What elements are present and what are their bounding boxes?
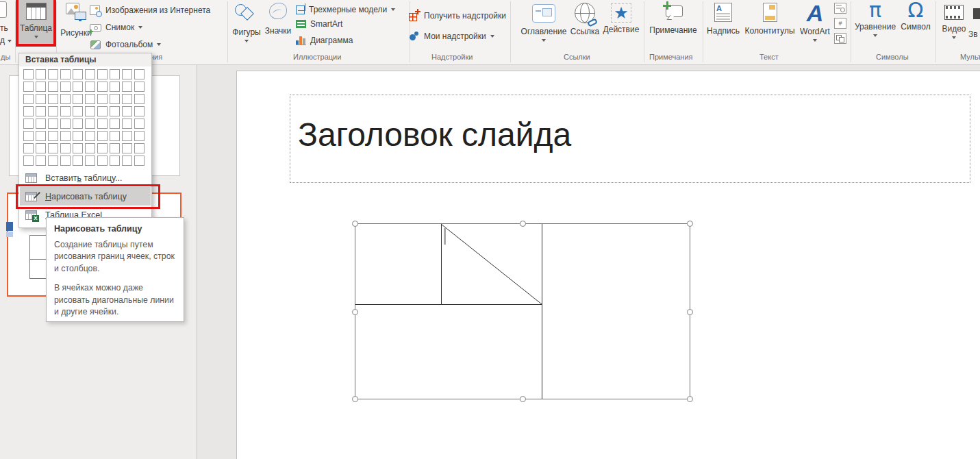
- table-size-cell[interactable]: [97, 119, 108, 129]
- table-size-cell[interactable]: [23, 82, 34, 92]
- header-footer-button[interactable]: Колонтитулы: [743, 0, 796, 49]
- table-size-cell[interactable]: [110, 143, 120, 153]
- table-size-cell[interactable]: [48, 131, 58, 141]
- resize-handle-s[interactable]: [520, 396, 526, 402]
- icons-button[interactable]: Значки: [263, 0, 293, 49]
- table-size-cell[interactable]: [60, 156, 71, 166]
- table-size-cell[interactable]: [97, 143, 108, 153]
- table-size-cell[interactable]: [60, 119, 71, 129]
- table-size-cell[interactable]: [23, 143, 34, 153]
- table-size-cell[interactable]: [122, 94, 132, 104]
- table-size-cell[interactable]: [122, 156, 132, 166]
- table-size-cell[interactable]: [85, 131, 95, 141]
- table-size-cell[interactable]: [23, 156, 34, 166]
- table-size-cell[interactable]: [85, 106, 95, 116]
- screenshot-button[interactable]: Снимок: [90, 21, 142, 34]
- table-size-cell[interactable]: [122, 69, 132, 79]
- new-slide-button-fragment2[interactable]: д: [0, 36, 5, 45]
- table-size-cell[interactable]: [85, 82, 95, 92]
- table-size-cell[interactable]: [85, 69, 95, 79]
- text-box-button[interactable]: A Надпись: [704, 0, 742, 49]
- title-placeholder[interactable]: Заголовок слайда: [290, 95, 970, 183]
- table-size-cell[interactable]: [36, 94, 46, 104]
- table-size-cell[interactable]: [73, 106, 83, 116]
- resize-handle-se[interactable]: [687, 396, 693, 402]
- table-size-cell[interactable]: [60, 69, 71, 79]
- drawn-table[interactable]: [355, 223, 690, 399]
- zoom-button[interactable]: Оглавление: [515, 0, 573, 49]
- table-size-cell[interactable]: [97, 82, 108, 92]
- audio-label-fragment[interactable]: Зв: [968, 29, 978, 39]
- table-size-cell[interactable]: [85, 156, 95, 166]
- audio-icon[interactable]: [973, 8, 980, 19]
- table-size-cell[interactable]: [73, 82, 83, 92]
- table-size-cell[interactable]: [110, 131, 120, 141]
- resize-handle-nw[interactable]: [352, 221, 358, 227]
- table-size-cell[interactable]: [134, 143, 145, 153]
- table-size-cell[interactable]: [110, 119, 120, 129]
- table-size-cell[interactable]: [110, 94, 120, 104]
- table-size-cell[interactable]: [48, 69, 58, 79]
- table-size-cell[interactable]: [85, 94, 95, 104]
- table-size-cell[interactable]: [110, 69, 120, 79]
- table-size-cell[interactable]: [23, 119, 34, 129]
- table-size-cell[interactable]: [134, 119, 145, 129]
- table-size-cell[interactable]: [23, 106, 34, 116]
- table-size-cell[interactable]: [36, 131, 46, 141]
- action-button[interactable]: ★ Действие: [601, 0, 641, 49]
- table-size-cell[interactable]: [122, 82, 132, 92]
- pane-divider[interactable]: [197, 65, 197, 459]
- get-addins-button[interactable]: Получить надстройки: [409, 10, 506, 22]
- table-size-cell[interactable]: [60, 94, 71, 104]
- table-size-cell[interactable]: [73, 131, 83, 141]
- object-icon[interactable]: [834, 33, 846, 44]
- resize-handle-sw[interactable]: [352, 396, 358, 402]
- date-time-icon[interactable]: [834, 3, 846, 14]
- table-size-cell[interactable]: [23, 94, 34, 104]
- photo-album-button[interactable]: Фотоальбом: [90, 38, 161, 51]
- table-size-cell[interactable]: [60, 82, 71, 92]
- comment-button[interactable]: Примечание: [646, 0, 701, 49]
- table-size-cell[interactable]: [36, 106, 46, 116]
- wordart-button[interactable]: A WordArt: [797, 0, 833, 49]
- table-size-cell[interactable]: [36, 156, 46, 166]
- 3d-models-button[interactable]: Трехмерные модели: [296, 3, 395, 16]
- chart-button[interactable]: Диаграмма: [296, 34, 353, 47]
- table-size-cell[interactable]: [23, 131, 34, 141]
- table-size-cell[interactable]: [134, 69, 145, 79]
- table-size-cell[interactable]: [36, 119, 46, 129]
- table-size-cell[interactable]: [85, 119, 95, 129]
- table-size-cell[interactable]: [48, 119, 58, 129]
- table-size-cell[interactable]: [48, 82, 58, 92]
- table-size-cell[interactable]: [36, 82, 46, 92]
- table-size-cell[interactable]: [60, 143, 71, 153]
- table-size-cell[interactable]: [36, 69, 46, 79]
- table-size-cell[interactable]: [48, 156, 58, 166]
- new-slide-button-fragment[interactable]: ть: [0, 23, 8, 33]
- table-size-cell[interactable]: [73, 69, 83, 79]
- resize-handle-e[interactable]: [687, 309, 693, 315]
- table-size-cell[interactable]: [97, 94, 108, 104]
- table-size-cell[interactable]: [122, 143, 132, 153]
- resize-handle-ne[interactable]: [687, 221, 693, 227]
- table-size-cell[interactable]: [110, 106, 120, 116]
- table-size-cell[interactable]: [36, 143, 46, 153]
- new-slide-icon[interactable]: [0, 1, 7, 18]
- table-size-cell[interactable]: [23, 69, 34, 79]
- table-size-cell[interactable]: [134, 106, 145, 116]
- table-size-cell[interactable]: [97, 69, 108, 79]
- table-size-cell[interactable]: [97, 156, 108, 166]
- equation-button[interactable]: π Уравнение: [853, 0, 897, 49]
- table-size-cell[interactable]: [85, 143, 95, 153]
- table-size-cell[interactable]: [97, 131, 108, 141]
- link-button[interactable]: Ссылка: [568, 0, 601, 49]
- table-size-cell[interactable]: [110, 82, 120, 92]
- table-size-cell[interactable]: [48, 94, 58, 104]
- symbol-button[interactable]: Ω Символ: [899, 0, 933, 49]
- pictures-button[interactable]: Рисунки: [58, 0, 95, 49]
- table-size-cell[interactable]: [110, 156, 120, 166]
- table-size-cell[interactable]: [134, 131, 145, 141]
- table-size-cell[interactable]: [134, 156, 145, 166]
- table-size-cell[interactable]: [73, 156, 83, 166]
- online-pictures-button[interactable]: Изображения из Интернета: [90, 4, 210, 16]
